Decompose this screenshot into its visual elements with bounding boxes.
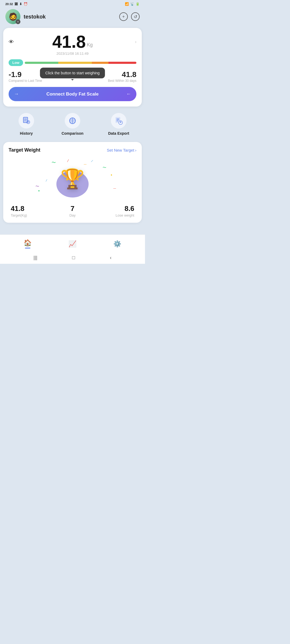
confetti-10: ●	[38, 189, 40, 192]
trophy-area: 〜 | — | 〜 ● | 〜 — ● 🏆	[9, 157, 136, 200]
confetti-9: —	[113, 187, 116, 190]
nav-home[interactable]: 🏠	[19, 238, 36, 250]
android-home-btn[interactable]: □	[72, 255, 75, 261]
status-left: 20:32 🖼 ⬇ ⏰	[5, 2, 28, 6]
spacer	[0, 226, 145, 230]
target-section: Target Weight Set New Target › 〜 | — | 〜…	[3, 142, 142, 223]
action-comparison[interactable]: Comparison	[49, 113, 96, 136]
nav-settings[interactable]: ⚙️	[109, 239, 126, 249]
bmi-label: Low	[9, 59, 23, 66]
wifi-icon: 📶	[125, 2, 129, 6]
main-card: 👁 41.8 Kg › 2023/11/08 16:11:49 Low -1.9…	[3, 28, 142, 107]
target-stats: 41.8 Target(Kg) 7 Day 8.6 Lose weight	[9, 204, 136, 217]
home-icon: 🏠	[24, 239, 32, 247]
tooltip: Click the button to start weighing	[40, 68, 105, 78]
android-menu-btn[interactable]: |||	[34, 255, 37, 261]
add-button[interactable]: +	[119, 12, 128, 21]
status-right: 📶 📡 🔋	[125, 2, 140, 6]
target-header: Target Weight Set New Target ›	[9, 147, 136, 153]
header-actions: + ↺	[119, 12, 140, 21]
history-icon	[22, 117, 30, 125]
status-bar: 20:32 🖼 ⬇ ⏰ 📶 📡 🔋	[0, 0, 145, 7]
target-lose-value: 8.6	[93, 204, 134, 213]
target-stat-day: 7 Day	[52, 204, 93, 217]
bottom-nav: 🏠 📈 ⚙️	[0, 235, 145, 252]
avatar-wrapper[interactable]: 🧔 ≡	[5, 9, 20, 24]
quick-actions: History Comparison	[0, 107, 145, 139]
set-new-target-link[interactable]: Set New Target ›	[107, 148, 136, 152]
set-new-target-label: Set New Target	[107, 148, 134, 152]
compared-label: Compared to Last Time	[9, 79, 73, 83]
target-day-value: 7	[52, 204, 93, 213]
chevron-right-icon[interactable]: ›	[135, 39, 136, 44]
confetti-1: 〜	[52, 160, 56, 166]
data-export-icon	[115, 117, 123, 125]
nav-stats[interactable]: 📈	[64, 239, 81, 249]
action-data-export[interactable]: Data Export	[96, 113, 142, 136]
bmi-yellow	[58, 62, 92, 64]
avatar-badge: ≡	[16, 19, 20, 24]
weight-date: 2023/11/08 16:11:49	[9, 52, 136, 56]
home-active-indicator	[25, 248, 30, 248]
eye-icon[interactable]: 👁	[9, 39, 14, 45]
stats-icon: 📈	[68, 240, 77, 248]
android-back-btn[interactable]: ‹	[110, 255, 111, 261]
photo-icon: 🖼	[15, 2, 18, 6]
plus-icon: +	[122, 14, 125, 19]
battery-icon: 🔋	[136, 2, 140, 6]
stats-row: -1.9 Compared to Last Time Click the but…	[9, 70, 136, 83]
target-stat-lose: 8.6 Lose weight	[93, 204, 134, 217]
target-stat-weight: 41.8 Target(Kg)	[11, 204, 52, 217]
weight-unit: Kg	[87, 42, 93, 50]
username-label: testokok	[24, 14, 116, 20]
signal-icon: 📡	[130, 2, 134, 6]
chevron-right-target-icon: ›	[135, 148, 136, 152]
confetti-2: |	[67, 159, 70, 162]
download-icon: ⬇	[19, 2, 22, 6]
bmi-scale: Low	[9, 59, 136, 66]
arrow-left-icon: →	[14, 91, 19, 97]
confetti-4: |	[91, 160, 93, 162]
target-title: Target Weight	[9, 147, 40, 153]
tooltip-text: Click the button to start weighing	[45, 71, 100, 75]
connect-button[interactable]: → Connect Body Fat Scale ←	[9, 87, 136, 101]
comparison-label: Comparison	[61, 131, 84, 136]
confetti-5: 〜	[103, 165, 106, 170]
data-export-label: Data Export	[108, 131, 129, 136]
action-history[interactable]: History	[3, 113, 49, 136]
weight-row: 👁 41.8 Kg ›	[9, 33, 136, 50]
header: 🧔 ≡ testokok + ↺	[0, 7, 145, 28]
bmi-orange	[92, 62, 108, 64]
bmi-red	[108, 62, 136, 64]
refresh-button[interactable]: ↺	[131, 12, 140, 21]
target-day-label: Day	[52, 213, 93, 217]
bmi-green	[25, 62, 58, 64]
target-lose-label: Lose weight	[93, 213, 134, 217]
comparison-icon	[68, 117, 77, 125]
bmi-bar	[25, 62, 136, 64]
history-label: History	[20, 131, 33, 136]
confetti-8: 〜	[35, 184, 39, 189]
comparison-icon-bg	[65, 113, 80, 129]
confetti-3: —	[84, 163, 86, 166]
confetti-7: |	[45, 179, 48, 182]
android-nav: ||| □ ‹	[0, 252, 145, 264]
best-label: Best Within 30 days	[73, 79, 136, 83]
connect-label: Connect Body Fat Scale	[46, 92, 99, 97]
confetti-6: ●	[111, 173, 112, 176]
arrow-right-icon: ←	[126, 91, 131, 97]
badge-icon: ≡	[17, 20, 19, 23]
target-weight-label: Target(Kg)	[11, 213, 52, 217]
trophy-icon: 🏆	[60, 167, 85, 190]
settings-icon: ⚙️	[113, 240, 121, 248]
target-weight-value: 41.8	[11, 204, 52, 213]
clock-icon: ⏰	[24, 2, 28, 6]
weight-value: 41.8	[52, 33, 86, 50]
data-export-icon-bg	[111, 113, 126, 129]
history-icon-bg	[19, 113, 34, 129]
status-time: 20:32	[5, 2, 13, 6]
refresh-icon: ↺	[134, 14, 137, 19]
